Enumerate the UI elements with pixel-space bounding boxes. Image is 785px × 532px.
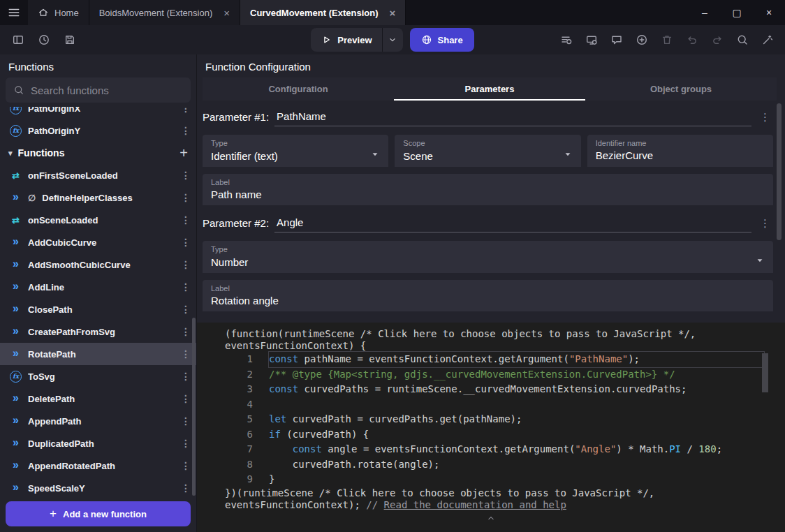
item-menu-icon[interactable]: ⋮ <box>181 438 189 449</box>
code-line[interactable]: 8 curvedPath.rotate(angle); <box>197 457 785 473</box>
functions-section-header[interactable]: ▾Functions+ <box>0 142 196 164</box>
sidebar-item-tosvg[interactable]: fxToSvg⋮ <box>0 365 196 387</box>
tab-parameters[interactable]: Parameters <box>394 77 585 101</box>
documentation-link[interactable]: Read the documentation and help <box>384 499 566 510</box>
trash-button[interactable] <box>656 29 677 51</box>
item-menu-icon[interactable]: ⋮ <box>181 326 189 337</box>
app-tab-home[interactable]: Home <box>28 0 89 25</box>
add-function-button[interactable]: + Add a new function <box>6 501 191 526</box>
app-tab-boidsmovement-extension[interactable]: BoidsMovement (Extension)× <box>89 0 240 25</box>
undo-button[interactable] <box>681 29 703 51</box>
item-menu-icon[interactable]: ⋮ <box>181 281 189 293</box>
field-label[interactable]: LabelRotation angle <box>203 280 773 311</box>
close-button[interactable]: × <box>753 0 785 25</box>
dropdown-arrow-icon <box>755 256 765 268</box>
item-menu-icon[interactable]: ⋮ <box>181 393 189 404</box>
sidebar-item-addsmoothcubiccurve[interactable]: »AddSmoothCubicCurve⋮ <box>0 253 196 276</box>
code-line[interactable]: 3const curvedPaths = runtimeScene.__curv… <box>197 382 785 397</box>
share-button[interactable]: Share <box>410 28 474 52</box>
sidebar-item-appendpath[interactable]: »AppendPath⋮ <box>0 410 196 432</box>
item-menu-icon[interactable]: ⋮ <box>181 125 189 136</box>
item-menu-icon[interactable]: ⋮ <box>181 192 189 203</box>
code-line[interactable]: 1const pathName = eventsFunctionContext.… <box>197 352 785 367</box>
magic-wand-button[interactable] <box>756 29 778 51</box>
save-icon <box>64 34 76 46</box>
sidebar-item-addcubiccurve[interactable]: »AddCubicCurve⋮ <box>0 231 196 253</box>
code-line[interactable]: 7 const angle = eventsFunctionContext.ge… <box>197 442 785 457</box>
sidebar-item-closepath[interactable]: »ClosePath⋮ <box>0 298 196 320</box>
code-wrapper-line[interactable]: })(runtimeScene /* Click here to choose … <box>197 487 785 499</box>
add-function-icon[interactable]: + <box>179 145 188 161</box>
sidebar-item-createpathfromsvg[interactable]: »CreatePathFromSvg⋮ <box>0 320 196 343</box>
collapse-editor-icon[interactable] <box>197 513 785 525</box>
item-menu-icon[interactable]: ⋮ <box>181 259 189 270</box>
tab-close-icon[interactable]: × <box>223 7 230 19</box>
params-scrollbar[interactable] <box>777 103 782 240</box>
sidebar-item-onfirstsceneloaded[interactable]: ⇄onFirstSceneLoaded⋮ <box>0 164 196 186</box>
debugger-button[interactable] <box>555 29 577 51</box>
item-menu-icon[interactable]: ⋮ <box>181 304 189 315</box>
menu-button[interactable] <box>0 0 28 25</box>
parameter-name-input[interactable]: Angle <box>274 216 751 232</box>
sidebar-item-rotatepath[interactable]: »RotatePath⋮ <box>0 343 196 365</box>
field-scope[interactable]: ScopeScene <box>395 135 580 167</box>
sidebar-item-duplicatedpath[interactable]: »DuplicatedPath⋮ <box>0 432 196 455</box>
maximize-button[interactable]: ▢ <box>721 0 753 25</box>
field-type[interactable]: TypeNumber <box>203 241 773 273</box>
project-manager-button[interactable] <box>7 29 29 51</box>
history-button[interactable] <box>33 29 54 51</box>
code-wrapper-line[interactable]: (function(runtimeScene /* Click here to … <box>197 328 785 340</box>
network-preview-button[interactable] <box>580 29 602 51</box>
item-menu-icon[interactable]: ⋮ <box>181 170 189 181</box>
app-tab-curvedmovement-extension[interactable]: CurvedMovement (Extension)× <box>240 0 406 25</box>
field-type[interactable]: TypeIdentifier (text) <box>203 135 388 167</box>
preview-button[interactable]: Preview <box>311 28 381 52</box>
history-icon <box>38 34 50 46</box>
search-button[interactable] <box>731 29 753 51</box>
sidebar-item-deletepath[interactable]: »DeletePath⋮ <box>0 387 196 410</box>
code-line[interactable]: 5let curvedPath = curvedPaths.get(pathNa… <box>197 412 785 427</box>
sidebar-scrollbar[interactable] <box>192 318 196 496</box>
parameter-menu-icon[interactable]: ⋮ <box>757 111 773 126</box>
search-functions-input[interactable]: Search functions <box>6 77 191 103</box>
tab-close-icon[interactable]: × <box>390 7 396 19</box>
item-menu-icon[interactable]: ⋮ <box>181 237 189 248</box>
item-menu-icon[interactable]: ⋮ <box>181 460 189 471</box>
save-button[interactable] <box>59 29 80 51</box>
code-line[interactable]: 2/** @type {Map<string, gdjs.__curvedMov… <box>197 367 785 383</box>
item-menu-icon[interactable]: ⋮ <box>181 415 189 427</box>
tab-configuration[interactable]: Configuration <box>203 77 394 101</box>
feedback-button[interactable] <box>606 29 627 51</box>
parameter-menu-icon[interactable]: ⋮ <box>757 217 773 232</box>
code-wrapper-line[interactable]: eventsFunctionContext) { <box>197 340 785 352</box>
field-label[interactable]: LabelPath name <box>203 174 773 205</box>
item-menu-icon[interactable]: ⋮ <box>181 482 189 494</box>
code-line[interactable]: 9} <box>197 472 785 487</box>
sidebar-item-pathoriginy[interactable]: fxPathOriginY⋮ <box>0 119 196 142</box>
code-editor[interactable]: (function(runtimeScene /* Click here to … <box>197 323 785 532</box>
code-line[interactable]: 4 <box>197 397 785 413</box>
item-menu-icon[interactable]: ⋮ <box>181 107 189 114</box>
field-identifier-name[interactable]: Identifier nameBezierCurve <box>587 135 773 167</box>
tab-object-groups[interactable]: Object groups <box>585 77 777 101</box>
sidebar-item-onsceneloaded[interactable]: ⇄onSceneLoaded⋮ <box>0 209 196 231</box>
code-wrapper-line[interactable]: eventsFunctionContext); // Read the docu… <box>197 499 785 511</box>
preview-options-button[interactable] <box>382 28 403 52</box>
editor-scrollbar[interactable] <box>762 353 768 392</box>
item-menu-icon[interactable]: ⋮ <box>181 371 189 382</box>
item-menu-icon[interactable]: ⋮ <box>181 214 189 226</box>
sidebar-item-appendrotatedpath[interactable]: »AppendRotatedPath⋮ <box>0 455 196 477</box>
action-icon: » <box>10 281 22 293</box>
code-line[interactable]: 6if (curvedPath) { <box>197 427 785 443</box>
function-item-label: AppendRotatedPath <box>28 461 175 471</box>
parameter-name-input[interactable]: PathName <box>274 110 751 126</box>
sidebar-item-addline[interactable]: »AddLine⋮ <box>0 276 196 298</box>
add-circle-button[interactable] <box>631 29 652 51</box>
sidebar-item-speedscaley[interactable]: »SpeedScaleY⋮ <box>0 477 196 496</box>
sidebar-item-definehelperclasses[interactable]: »∅DefineHelperClasses⋮ <box>0 186 196 209</box>
sidebar-item-pathoriginx[interactable]: fxPathOriginX⋮ <box>0 107 196 119</box>
minimize-button[interactable]: – <box>689 0 721 25</box>
item-menu-icon[interactable]: ⋮ <box>181 348 189 360</box>
redo-button[interactable] <box>706 29 728 51</box>
function-item-label: AddLine <box>28 282 175 293</box>
